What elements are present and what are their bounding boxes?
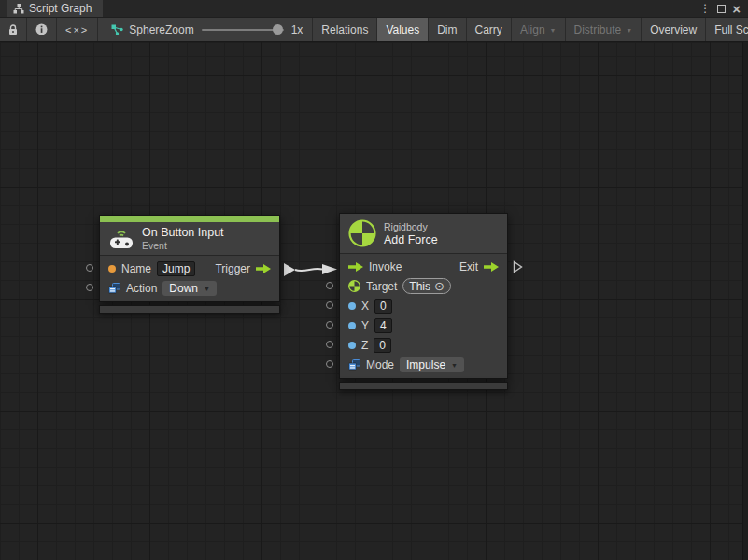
action-label: Action bbox=[126, 282, 157, 295]
graph-reference[interactable]: Sphere bbox=[111, 23, 165, 36]
zoom-control: Zoom 1x bbox=[165, 23, 303, 36]
node-subtitle: Event bbox=[142, 240, 224, 251]
mode-value: Impulse bbox=[406, 358, 445, 371]
node-header[interactable]: Rigidbody Add Force bbox=[340, 214, 507, 253]
row-y: Y 4 bbox=[340, 315, 507, 335]
inspect-button[interactable] bbox=[27, 18, 57, 41]
values-label: Values bbox=[386, 23, 419, 36]
action-dropdown[interactable]: Down ▼ bbox=[162, 281, 217, 296]
align-label: Align bbox=[520, 23, 545, 36]
zoom-slider[interactable] bbox=[202, 29, 284, 31]
graph-toolbar: <×> Sphere Zoom 1x bbox=[0, 17, 748, 42]
dim-label: Dim bbox=[437, 23, 457, 36]
vertical-scrollbar[interactable] bbox=[742, 42, 748, 560]
graph-name-label: Sphere bbox=[129, 23, 165, 36]
input-port[interactable] bbox=[326, 282, 333, 289]
maximize-icon[interactable] bbox=[717, 5, 726, 13]
dim-button[interactable]: Dim bbox=[429, 18, 466, 41]
info-icon bbox=[35, 23, 48, 35]
enum-port-icon bbox=[348, 359, 360, 371]
window-menu-icon[interactable]: ⋮ bbox=[699, 3, 711, 14]
node-footer bbox=[99, 305, 280, 314]
invoke-input-arrow-icon[interactable] bbox=[348, 262, 363, 272]
float-port-icon bbox=[348, 322, 356, 329]
zoom-slider-knob[interactable] bbox=[273, 24, 283, 35]
rigidbody-mini-icon bbox=[348, 280, 360, 292]
row-target: Target This ⊙ bbox=[340, 276, 507, 296]
overview-button[interactable]: Overview bbox=[642, 18, 706, 41]
y-input[interactable]: 4 bbox=[374, 318, 392, 333]
mode-dropdown[interactable]: Impulse ▼ bbox=[400, 357, 464, 372]
row-mode: Mode Impulse ▼ bbox=[340, 355, 507, 374]
tabbar-sliver bbox=[0, 0, 7, 17]
carry-button[interactable]: Carry bbox=[467, 18, 512, 41]
node-header[interactable]: On Button Input Event bbox=[100, 222, 279, 255]
distribute-button: Distribute ▼ bbox=[566, 18, 642, 41]
invoke-label: Invoke bbox=[369, 260, 402, 273]
z-input[interactable]: 0 bbox=[374, 338, 391, 353]
tab-bar: Script Graph ⋮ × bbox=[0, 0, 748, 17]
action-value: Down bbox=[169, 282, 198, 295]
row-z: Z 0 bbox=[340, 335, 507, 355]
row-invoke: Invoke Exit bbox=[340, 257, 507, 276]
zoom-value: 1x bbox=[291, 23, 303, 36]
relations-label: Relations bbox=[321, 23, 368, 36]
y-label: Y bbox=[361, 319, 369, 332]
target-value: This bbox=[409, 280, 430, 293]
node-footer bbox=[339, 382, 508, 390]
node-on-button-input[interactable]: On Button Input Event Name Jump Trigger bbox=[99, 215, 280, 314]
rigidbody-icon bbox=[348, 219, 376, 247]
lock-icon bbox=[8, 24, 18, 35]
input-port[interactable] bbox=[326, 321, 333, 329]
graph-canvas[interactable]: On Button Input Event Name Jump Trigger bbox=[0, 42, 748, 560]
close-icon[interactable]: × bbox=[732, 2, 741, 16]
float-port-icon bbox=[348, 302, 356, 310]
input-port[interactable] bbox=[86, 284, 93, 291]
name-input[interactable]: Jump bbox=[157, 261, 195, 276]
node-add-force[interactable]: Rigidbody Add Force Invoke Exit bbox=[339, 213, 508, 390]
tab-title: Script Graph bbox=[29, 2, 92, 15]
graph-node-icon bbox=[111, 24, 123, 35]
code-preview-button[interactable]: <×> bbox=[57, 18, 98, 41]
x-label: X bbox=[361, 300, 369, 313]
target-object-field[interactable]: This ⊙ bbox=[402, 278, 451, 294]
overview-label: Overview bbox=[650, 23, 697, 36]
string-port-icon bbox=[108, 265, 116, 273]
code-toggle-icon: <×> bbox=[65, 24, 89, 35]
enum-port-icon bbox=[108, 283, 120, 294]
relations-button[interactable]: Relations bbox=[313, 18, 377, 41]
node-kicker: Rigidbody bbox=[384, 221, 438, 232]
lock-button[interactable] bbox=[0, 18, 27, 41]
caret-down-icon: ▼ bbox=[204, 286, 210, 292]
trigger-label: Trigger bbox=[215, 262, 250, 275]
input-port[interactable] bbox=[326, 301, 333, 309]
z-label: Z bbox=[361, 339, 368, 352]
trigger-output-arrow-icon[interactable] bbox=[256, 264, 271, 273]
control-connection[interactable] bbox=[282, 259, 340, 280]
tab-script-graph[interactable]: Script Graph bbox=[7, 0, 103, 17]
exit-port-triangle[interactable] bbox=[513, 260, 523, 273]
script-graph-window: Script Graph ⋮ × bbox=[0, 0, 748, 560]
node-title: On Button Input bbox=[142, 226, 224, 239]
window-controls: ⋮ × bbox=[699, 0, 748, 17]
input-port[interactable] bbox=[326, 360, 333, 368]
zoom-label: Zoom bbox=[165, 23, 194, 36]
float-port-icon bbox=[348, 342, 356, 349]
carry-label: Carry bbox=[475, 23, 502, 36]
caret-down-icon: ▼ bbox=[626, 27, 632, 34]
event-accent-bar bbox=[100, 216, 279, 222]
caret-down-icon: ▼ bbox=[550, 27, 557, 34]
input-port[interactable] bbox=[86, 264, 93, 272]
x-input[interactable]: 0 bbox=[374, 299, 392, 314]
values-button[interactable]: Values bbox=[377, 18, 429, 41]
exit-output-arrow-icon[interactable] bbox=[484, 262, 499, 272]
node-title: Add Force bbox=[384, 233, 438, 246]
align-button: Align ▼ bbox=[512, 18, 566, 41]
row-x: X 0 bbox=[340, 296, 507, 315]
row-action: Action Down ▼ bbox=[100, 278, 279, 298]
fullscreen-button[interactable]: Full Screen bbox=[706, 18, 748, 41]
fullscreen-label: Full Screen bbox=[714, 23, 748, 36]
distribute-label: Distribute bbox=[574, 23, 622, 36]
input-port[interactable] bbox=[326, 341, 333, 348]
object-picker-icon[interactable]: ⊙ bbox=[434, 280, 445, 292]
